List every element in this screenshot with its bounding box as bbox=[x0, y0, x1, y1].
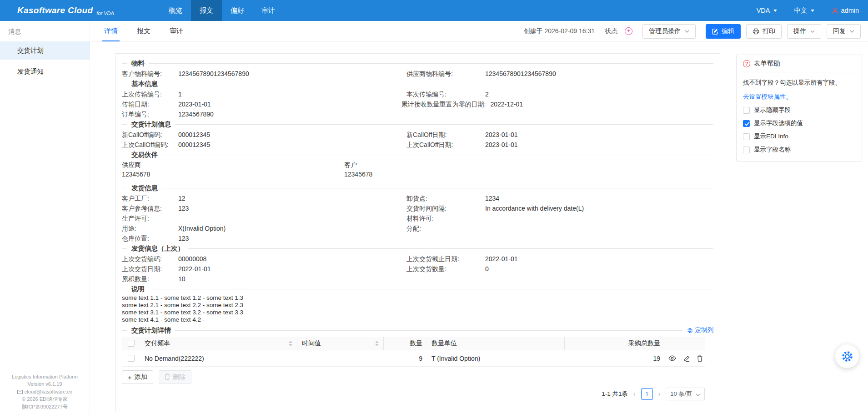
app-logo[interactable]: Kasoftware Cloud for VDA bbox=[17, 0, 114, 21]
top-tab-审计[interactable]: 审计 bbox=[253, 0, 284, 21]
view-row-button[interactable] bbox=[665, 355, 680, 361]
checkbox-显示EDI Info[interactable] bbox=[743, 133, 750, 140]
page-size-select[interactable]: 10 条/页 bbox=[666, 388, 705, 400]
org-dropdown[interactable]: VDA bbox=[757, 7, 777, 14]
field-label: 新CallOff编码: bbox=[122, 130, 178, 140]
field-label bbox=[406, 233, 485, 243]
partner-left: 12345678 bbox=[122, 170, 344, 179]
field-value: 2023-01-01 bbox=[485, 140, 713, 150]
field-label: 客户物料编号: bbox=[122, 69, 178, 79]
settings-fab[interactable] bbox=[835, 344, 859, 368]
column-header-label: 数量 bbox=[410, 339, 422, 348]
field-value: 123 bbox=[178, 203, 344, 213]
sidebar-item-发货通知[interactable]: 发货通知 bbox=[0, 62, 90, 81]
column-header-数量单位: 数量单位 bbox=[427, 337, 565, 350]
form-help-hint: 找不到字段？勾选以显示所有字段。 bbox=[743, 78, 855, 87]
sort-icon[interactable] bbox=[289, 339, 292, 348]
user-menu[interactable]: admin bbox=[832, 7, 859, 14]
pagination-summary: 1-1 共1条 bbox=[602, 390, 628, 398]
section-title: 基本信息 bbox=[131, 80, 158, 88]
field-label: 新CallOff日期: bbox=[406, 130, 485, 140]
table-cell: 19 bbox=[565, 350, 665, 366]
row-checkbox[interactable] bbox=[128, 355, 135, 362]
field-label: 仓库位置: bbox=[122, 233, 178, 243]
legend-line bbox=[162, 155, 713, 155]
tab-报文[interactable]: 报文 bbox=[137, 21, 151, 41]
current-page[interactable]: 1 bbox=[641, 388, 653, 400]
column-header-时间值[interactable]: 时间值 bbox=[297, 337, 384, 350]
top-tab-偏好[interactable]: 偏好 bbox=[222, 0, 253, 21]
section-title: 交货计划信息 bbox=[131, 120, 171, 129]
chevron-down-icon bbox=[696, 391, 700, 398]
gear-icon bbox=[687, 328, 693, 333]
section-legend: 基本信息 bbox=[122, 79, 713, 88]
table-row[interactable]: No Demand(222222)9T (Invalid Option)19 bbox=[122, 350, 705, 367]
sidebar-item-交货计划[interactable]: 交货计划 bbox=[0, 41, 90, 60]
field-label: 上次交货日期: bbox=[122, 264, 178, 274]
customize-columns-link[interactable]: 定制列 bbox=[687, 326, 714, 334]
field-value bbox=[178, 213, 344, 223]
checkbox-显示隐藏字段[interactable] bbox=[743, 107, 750, 114]
status-add-icon[interactable]: + bbox=[625, 27, 632, 35]
delivery-detail-table: 交付频率时间值数量数量单位采购总数量No Demand(222222)9T (I… bbox=[122, 337, 705, 367]
delete-icon bbox=[697, 355, 702, 362]
footer-line: 陕ICP备09022277号 bbox=[0, 403, 90, 411]
language-dropdown[interactable]: 中文 bbox=[794, 6, 814, 15]
edit-button[interactable]: 编辑 bbox=[706, 24, 741, 39]
detail-tabs: 详情报文审计 bbox=[104, 21, 183, 41]
sidebar-group-title: 消息 bbox=[0, 21, 90, 41]
field-value: 10 bbox=[178, 274, 344, 284]
main-content: 详情报文审计 创建于 2026-02-09 16:31 状态 + 管理员操作 编… bbox=[90, 21, 868, 414]
field-value: 2 bbox=[485, 89, 713, 99]
section-legend: 发货信息 bbox=[122, 183, 713, 192]
legend-line bbox=[162, 84, 713, 84]
admin-actions-label: 管理员操作 bbox=[649, 27, 681, 35]
prev-page-button[interactable]: ‹ bbox=[632, 390, 637, 398]
field-label: 上次交货数量: bbox=[406, 264, 485, 274]
form-row: 传输日期:2023-01-01累计接收数量重置为零的日期:2022-12-01 bbox=[122, 99, 713, 109]
column-header-交付频率[interactable]: 交付频率 bbox=[140, 337, 297, 350]
top-tab-报文[interactable]: 报文 bbox=[191, 0, 222, 21]
form-row: 累积数量:10 bbox=[122, 274, 713, 284]
field-label: 本次传输编号: bbox=[406, 89, 485, 99]
print-button[interactable]: 打印 bbox=[746, 24, 782, 39]
field-label bbox=[406, 274, 485, 284]
tab-详情[interactable]: 详情 bbox=[104, 21, 118, 41]
sidebar: 消息 交货计划发货通知 Logistics Information Platfo… bbox=[0, 21, 90, 414]
add-button[interactable]: +添加 bbox=[122, 370, 153, 384]
help-option: 显示字段名称 bbox=[743, 146, 855, 154]
checkbox-显示字段选项的值[interactable] bbox=[743, 120, 750, 127]
reply-label: 回复 bbox=[833, 27, 846, 35]
reply-dropdown[interactable]: 回复 bbox=[827, 24, 861, 39]
form-help-panel: ? 表单帮助 找不到字段？勾选以显示所有字段。 去设置模块属性。 显示隐藏字段显… bbox=[736, 55, 862, 162]
gear-icon bbox=[841, 350, 853, 363]
actions-dropdown[interactable]: 操作 bbox=[787, 24, 821, 39]
field-value: X(Invalid Option) bbox=[178, 223, 344, 233]
table-header-row: 交付频率时间值数量数量单位采购总数量 bbox=[122, 337, 705, 350]
printer-icon bbox=[753, 28, 759, 35]
field-label: 卸货点: bbox=[406, 193, 485, 203]
section-title: 说明 bbox=[131, 285, 145, 293]
admin-actions-dropdown[interactable]: 管理员操作 bbox=[642, 24, 696, 39]
legend-line bbox=[162, 188, 713, 188]
tab-审计[interactable]: 审计 bbox=[170, 21, 183, 41]
top-tab-概览[interactable]: 概览 bbox=[160, 0, 191, 21]
form-help-title: 表单帮助 bbox=[754, 59, 780, 68]
delete-button[interactable]: 删除 bbox=[159, 370, 191, 384]
delete-row-button[interactable] bbox=[693, 355, 705, 362]
created-at: 创建于 2026-02-09 16:31 bbox=[524, 27, 595, 35]
form-row: 客户参考信息:123交货时间间隔:In accordance with deli… bbox=[122, 203, 713, 213]
row-actions-cell bbox=[665, 350, 705, 366]
module-settings-link[interactable]: 去设置模块属性。 bbox=[743, 93, 792, 101]
form-row: 上次交货编码:00000008上次交货截止日期:2022-01-01 bbox=[122, 254, 713, 264]
top-navbar: Kasoftware Cloud for VDA 概览报文偏好审计 VDA 中文… bbox=[0, 0, 868, 21]
status-label: 状态 bbox=[605, 27, 617, 35]
section-title: 物料 bbox=[131, 59, 145, 68]
next-page-button[interactable]: › bbox=[657, 390, 662, 398]
select-all-checkbox[interactable] bbox=[128, 340, 135, 347]
checkbox-显示字段名称[interactable] bbox=[743, 146, 750, 153]
sort-icon[interactable] bbox=[375, 339, 379, 348]
edit-row-button[interactable] bbox=[680, 355, 693, 362]
header-actions: 创建于 2026-02-09 16:31 状态 + 管理员操作 编辑 打 bbox=[524, 24, 861, 39]
edit-label: 编辑 bbox=[722, 27, 734, 35]
